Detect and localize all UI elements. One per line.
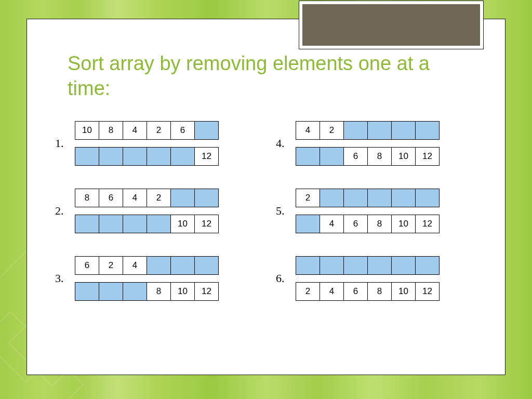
- array-cell: [415, 256, 440, 275]
- sort-step: 5.24681012: [276, 189, 440, 233]
- array-cell: [147, 215, 171, 233]
- array-cell: [194, 256, 219, 275]
- array-cell: 4: [320, 282, 344, 301]
- array-cell: 2: [99, 256, 123, 275]
- array-cell: 6: [343, 282, 368, 301]
- array-cell: [367, 256, 392, 275]
- array-cell: 12: [194, 282, 219, 301]
- array-cell: 6: [75, 256, 99, 275]
- array-cell: [75, 282, 99, 301]
- array-cell: 12: [194, 147, 219, 166]
- array-cell: 2: [147, 121, 171, 140]
- steps-column-right: 4.426810125.246810126.24681012: [276, 121, 440, 301]
- corner-accent-fill: [302, 4, 480, 46]
- step-arrays: 62481012: [75, 256, 219, 301]
- array-cell: 12: [415, 147, 440, 166]
- slide-frame: Sort array by removing elements one at a…: [26, 19, 506, 375]
- array-cell: 8: [367, 147, 392, 166]
- array-cell: [99, 147, 123, 166]
- source-array: 2: [296, 189, 440, 207]
- array-cell: [123, 282, 147, 301]
- array-cell: [320, 147, 344, 166]
- step-number: 1.: [55, 137, 66, 150]
- array-cell: [343, 121, 368, 140]
- array-cell: 6: [343, 215, 368, 233]
- array-cell: 8: [367, 215, 392, 233]
- array-cell: 2: [296, 189, 320, 207]
- step-number: 6.: [276, 272, 287, 285]
- array-cell: 4: [123, 189, 147, 207]
- array-cell: [391, 256, 416, 275]
- sort-step: 2.86421012: [55, 189, 219, 233]
- array-cell: 10: [170, 215, 195, 233]
- step-arrays: 86421012: [75, 189, 219, 233]
- sort-step: 1.10842612: [55, 121, 219, 166]
- array-cell: [123, 215, 147, 233]
- array-cell: [343, 189, 368, 207]
- sort-step: 3.62481012: [55, 256, 219, 301]
- step-number: 5.: [276, 204, 287, 218]
- sort-step: 4.42681012: [276, 121, 440, 166]
- array-cell: 8: [75, 189, 99, 207]
- array-cell: 2: [147, 189, 171, 207]
- result-array: 81012: [75, 282, 219, 301]
- source-array: 42: [296, 121, 440, 140]
- array-cell: [99, 282, 123, 301]
- source-array: 8642: [75, 189, 219, 207]
- array-cell: [391, 189, 416, 207]
- array-cell: 6: [343, 147, 368, 166]
- result-array: 681012: [296, 147, 440, 166]
- array-cell: [170, 189, 195, 207]
- step-number: 2.: [55, 204, 66, 218]
- source-array: [296, 256, 440, 275]
- array-cell: 8: [99, 121, 123, 140]
- array-cell: 4: [123, 121, 147, 140]
- array-cell: 2: [320, 121, 344, 140]
- array-cell: 4: [296, 121, 320, 140]
- step-arrays: 24681012: [296, 256, 440, 301]
- result-array: 4681012: [296, 215, 440, 233]
- array-cell: [415, 121, 440, 140]
- result-array: 12: [75, 147, 219, 166]
- array-cell: 6: [99, 189, 123, 207]
- array-cell: [320, 189, 344, 207]
- array-cell: 10: [170, 282, 195, 301]
- array-cell: 10: [75, 121, 99, 140]
- array-cell: 12: [194, 215, 219, 233]
- array-cell: [367, 189, 392, 207]
- step-arrays: 42681012: [296, 121, 440, 166]
- array-cell: [415, 189, 440, 207]
- array-cell: [296, 256, 320, 275]
- array-cell: [320, 256, 344, 275]
- array-cell: [170, 256, 195, 275]
- array-cell: 8: [367, 282, 392, 301]
- array-cell: 12: [415, 282, 440, 301]
- array-cell: 10: [391, 215, 416, 233]
- step-arrays: 10842612: [75, 121, 219, 166]
- array-cell: [296, 215, 320, 233]
- result-array: 24681012: [296, 282, 440, 301]
- result-array: 1012: [75, 215, 219, 233]
- array-cell: 4: [320, 215, 344, 233]
- array-cell: [170, 147, 195, 166]
- array-cell: [367, 121, 392, 140]
- steps-column-left: 1.108426122.864210123.62481012: [55, 121, 219, 301]
- array-cell: [194, 189, 219, 207]
- array-cell: 4: [123, 256, 147, 275]
- array-cell: 2: [296, 282, 320, 301]
- array-cell: [75, 147, 99, 166]
- array-cell: [147, 256, 171, 275]
- array-cell: [194, 121, 219, 140]
- array-cell: [75, 215, 99, 233]
- slide-title: Sort array by removing elements one at a…: [68, 51, 462, 101]
- array-cell: [343, 256, 368, 275]
- array-cell: 10: [391, 282, 416, 301]
- array-cell: 8: [147, 282, 171, 301]
- step-number: 4.: [276, 137, 287, 150]
- content-area: 1.108426122.864210123.62481012 4.4268101…: [55, 121, 481, 301]
- array-cell: 6: [170, 121, 195, 140]
- step-number: 3.: [55, 272, 66, 285]
- array-cell: 12: [415, 215, 440, 233]
- array-cell: [391, 121, 416, 140]
- array-cell: [123, 147, 147, 166]
